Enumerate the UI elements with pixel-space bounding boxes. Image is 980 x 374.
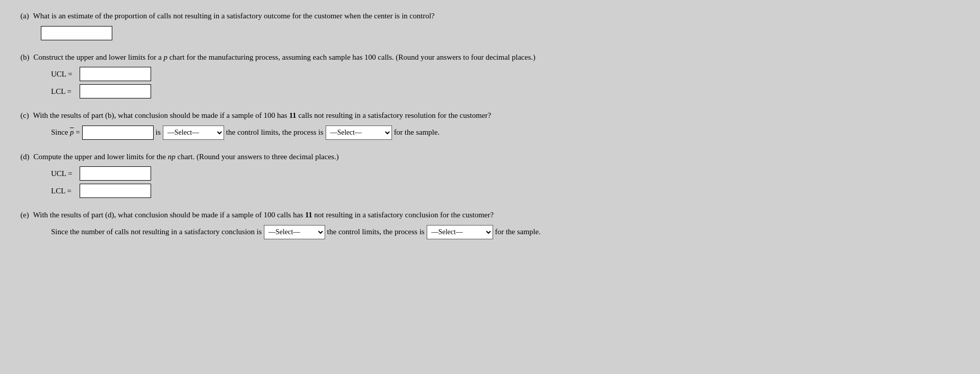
- part-a-text: What is an estimate of the proportion of…: [33, 12, 435, 20]
- part-d-lcl-row: LCL =: [51, 184, 960, 198]
- ucl-label-d: UCL =: [51, 169, 77, 178]
- lcl-label-b: LCL =: [51, 87, 77, 96]
- part-c-letter: (c): [20, 111, 29, 119]
- since-label-c: Since p =: [51, 128, 80, 137]
- ucl-label-b: UCL =: [51, 70, 77, 79]
- part-d-text1: Compute the upper and lower limits for t…: [34, 153, 166, 161]
- for-sample-c: for the sample.: [394, 128, 440, 137]
- part-a-block: (a)What is an estimate of the proportion…: [20, 10, 960, 40]
- part-c-text: With the results of part (b), what concl…: [33, 111, 492, 119]
- lcl-label-d: LCL =: [51, 187, 77, 195]
- part-b-lcl-row: LCL =: [51, 84, 960, 98]
- select-control-c[interactable]: —Select— in control out of control: [326, 126, 392, 140]
- part-d-block: (d)Compute the upper and lower limits fo…: [20, 151, 960, 198]
- part-d-letter: (d): [20, 153, 30, 161]
- part-e-text: With the results of part (d), what concl…: [33, 211, 494, 219]
- lcl-input-d[interactable]: [80, 184, 151, 198]
- part-b-ucl-row: UCL =: [51, 67, 960, 81]
- part-c-answer-row: Since p = is —Select— within outside abo…: [51, 126, 960, 140]
- control-limits-text-e: the control limits, the process is: [327, 228, 425, 236]
- part-d-question: (d)Compute the upper and lower limits fo…: [20, 151, 960, 163]
- ucl-input-b[interactable]: [80, 67, 151, 81]
- select-within-c[interactable]: —Select— within outside above below: [163, 126, 224, 140]
- control-limits-text-c: the control limits, the process is: [226, 128, 324, 137]
- part-d-italic: np: [168, 153, 176, 161]
- is-text-c: is: [156, 128, 161, 137]
- since-text-e: Since the number of calls not resulting …: [51, 228, 262, 236]
- part-d-ucl-row: UCL =: [51, 166, 960, 181]
- part-b-question: (b)Construct the upper and lower limits …: [20, 52, 960, 63]
- part-a-input[interactable]: [41, 26, 112, 40]
- part-c-question: (c)With the results of part (b), what co…: [20, 110, 960, 121]
- part-a-input-row: [41, 26, 960, 40]
- part-b-text2: chart for the manufacturing process, ass…: [169, 53, 535, 61]
- ucl-input-d[interactable]: [80, 166, 151, 181]
- part-d-text2: chart. (Round your answers to three deci…: [178, 153, 339, 161]
- p-bar-input-c[interactable]: [82, 126, 154, 140]
- part-e-answer-row: Since the number of calls not resulting …: [51, 225, 960, 239]
- part-c-block: (c)With the results of part (b), what co…: [20, 110, 960, 140]
- lcl-input-b[interactable]: [80, 84, 151, 98]
- part-e-question: (e)With the results of part (d), what co…: [20, 209, 960, 221]
- for-sample-e: for the sample.: [495, 228, 541, 236]
- page-container: (a)What is an estimate of the proportion…: [20, 10, 960, 239]
- part-a-question: (a)What is an estimate of the proportion…: [20, 10, 960, 22]
- part-b-text1: Construct the upper and lower limits for…: [34, 53, 162, 61]
- part-e-block: (e)With the results of part (d), what co…: [20, 209, 960, 239]
- select-control-e[interactable]: —Select— in control out of control: [427, 225, 493, 239]
- part-b-italic: p: [163, 53, 167, 61]
- select-within-e[interactable]: —Select— within outside above below: [264, 225, 325, 239]
- part-b-block: (b)Construct the upper and lower limits …: [20, 52, 960, 99]
- part-b-letter: (b): [20, 53, 30, 61]
- part-e-letter: (e): [20, 211, 29, 219]
- part-a-letter: (a): [20, 12, 29, 20]
